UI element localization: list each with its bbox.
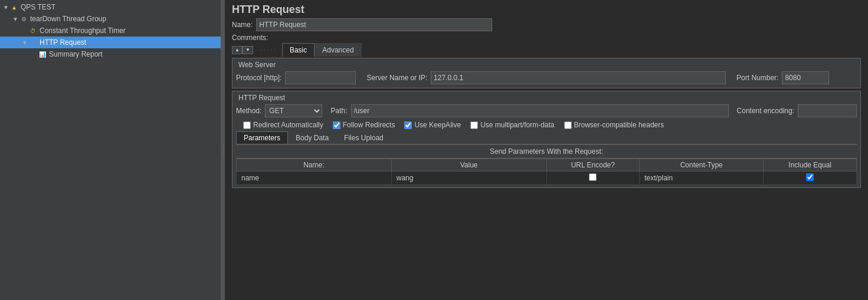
gear-icon: ⚙ (19, 14, 28, 24)
checkbox-browser-headers[interactable]: Browser-compatible headers (564, 121, 664, 129)
sidebar-item-teardown[interactable]: ▼ ⚙ tearDown Thread Group (0, 13, 221, 25)
col-value: Value (391, 159, 546, 172)
method-path-row: Method: GET POST PUT DELETE PATCH HEAD O… (236, 103, 857, 118)
keepalive-checkbox[interactable] (404, 121, 412, 129)
server-fields-row: Protocol [http]: Server Name or IP: Port… (236, 70, 857, 85)
encoding-label: Content encoding: (737, 107, 794, 115)
path-input[interactable] (351, 104, 729, 117)
sidebar-label-http: HTTP Request (40, 38, 86, 47)
param-content-type: text/plain (640, 172, 764, 185)
multipart-checkbox[interactable] (470, 121, 478, 129)
params-panel: Send Parameters With the Request: Name: … (236, 144, 857, 185)
checkbox-follow-redirects[interactable]: Follow Redirects (333, 121, 395, 129)
collapse-up-btn[interactable]: ▲ (232, 46, 243, 54)
encoding-input[interactable] (798, 104, 857, 117)
browser-headers-checkbox[interactable] (564, 121, 572, 129)
sub-tab-body-data[interactable]: Body Data (288, 131, 336, 144)
comments-label: Comments: (232, 34, 268, 42)
collapse-buttons: ▲ ▼ (232, 46, 253, 54)
sidebar-label-teardown: tearDown Thread Group (30, 15, 106, 23)
main-panel: HTTP Request Name: Comments: ▲ ▼ ····· B… (225, 0, 868, 300)
param-include-equal (764, 172, 857, 185)
method-label: Method: (236, 107, 261, 115)
params-header: Send Parameters With the Request: (236, 145, 857, 159)
checkboxes-row: Redirect Automatically Follow Redirects … (236, 118, 857, 131)
toggle-teardown[interactable]: ▼ (12, 16, 19, 22)
sidebar-item-http-request[interactable]: ▼ HTTP HTTP Request (0, 37, 221, 48)
param-url-encode (546, 172, 640, 185)
param-value: wang (391, 172, 546, 185)
follow-redirects-checkbox[interactable] (333, 121, 340, 129)
protocol-input[interactable] (285, 71, 356, 84)
server-label: Server Name or IP: (366, 74, 427, 82)
server-input[interactable] (431, 71, 726, 84)
http-icon: HTTP (28, 38, 38, 47)
sub-tab-bar: Parameters Body Data Files Upload (236, 131, 857, 144)
params-table: Name: Value URL Encode? Content-Type Inc… (236, 159, 857, 185)
redirect-auto-checkbox[interactable] (243, 121, 251, 129)
sub-tab-files-upload[interactable]: Files Upload (336, 131, 391, 144)
sidebar-item-timer[interactable]: ⏱ Constant Throughput Timer (0, 25, 221, 37)
http-request-section: HTTP Request Method: GET POST PUT DELETE… (232, 91, 861, 188)
sidebar-label-timer: Constant Throughput Timer (40, 27, 126, 35)
include-equal-checkbox[interactable] (806, 173, 814, 181)
col-url-encode: URL Encode? (546, 159, 640, 172)
checkbox-multipart[interactable]: Use multipart/form-data (470, 121, 554, 129)
sidebar-item-qps-test[interactable]: ▼ ▲ QPS TEST (0, 1, 221, 13)
tab-basic[interactable]: Basic (282, 43, 315, 57)
comments-row: Comments: (225, 32, 868, 43)
http-request-label: HTTP Request (236, 93, 857, 103)
checkbox-redirect-auto[interactable]: Redirect Automatically (243, 121, 323, 129)
sidebar: ▼ ▲ QPS TEST ▼ ⚙ tearDown Thread Group ⏱… (0, 0, 221, 300)
collapse-down-btn[interactable]: ▼ (243, 46, 253, 54)
table-row: name wang text/plain (237, 172, 857, 185)
separator-dots: ····· (256, 47, 282, 53)
toggle-qps-test[interactable]: ▼ (2, 4, 9, 11)
method-select[interactable]: GET POST PUT DELETE PATCH HEAD OPTIONS (265, 104, 322, 117)
tabs-area: ▲ ▼ ····· Basic Advanced (225, 43, 868, 57)
triangle-icon: ▲ (9, 2, 19, 12)
name-label: Name: (232, 21, 253, 29)
port-input[interactable] (782, 71, 829, 84)
param-name: name (237, 172, 392, 185)
sidebar-item-summary[interactable]: 📊 Summary Report (0, 48, 221, 60)
protocol-label: Protocol [http]: (236, 74, 281, 82)
name-row: Name: (225, 17, 868, 32)
web-server-label: Web Server (236, 60, 857, 70)
path-label: Path: (330, 107, 347, 115)
col-name: Name: (237, 159, 392, 172)
name-input[interactable] (256, 18, 492, 31)
chart-icon: 📊 (38, 50, 47, 59)
col-include-equal: Include Equal (764, 159, 857, 172)
sidebar-label-summary: Summary Report (49, 50, 103, 58)
port-label: Port Number: (736, 74, 778, 82)
col-content-type: Content-Type (640, 159, 764, 172)
tab-advanced[interactable]: Advanced (315, 43, 361, 57)
checkbox-keepalive[interactable]: Use KeepAlive (404, 121, 461, 129)
page-title-area: HTTP Request (225, 0, 868, 17)
clock-icon: ⏱ (28, 26, 38, 35)
url-encode-checkbox[interactable] (589, 173, 597, 181)
web-server-section: Web Server Protocol [http]: Server Name … (232, 58, 861, 88)
main-tab-bar: Basic Advanced (282, 43, 362, 57)
sub-tab-parameters[interactable]: Parameters (236, 131, 288, 144)
sidebar-label-qps-test: QPS TEST (21, 3, 55, 11)
page-title: HTTP Request (232, 4, 304, 15)
